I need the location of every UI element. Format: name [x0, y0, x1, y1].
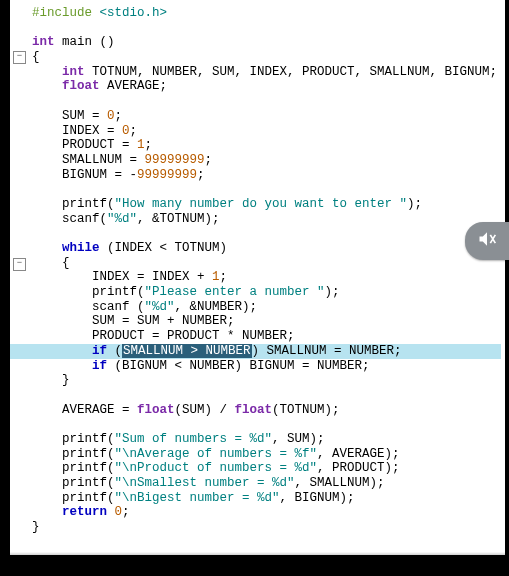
fold-gutter: −− — [10, 0, 28, 555]
speaker-muted-icon — [477, 229, 497, 253]
code-line[interactable] — [32, 226, 501, 241]
code-line[interactable]: SMALLNUM = 99999999; — [32, 153, 501, 168]
mute-button[interactable] — [465, 222, 509, 260]
code-content[interactable]: #include <stdio.h>int main (){ int TOTNU… — [32, 6, 501, 535]
code-line[interactable] — [32, 417, 501, 432]
code-line[interactable]: int TOTNUM, NUMBER, SUM, INDEX, PRODUCT,… — [32, 65, 501, 80]
code-line[interactable]: } — [32, 373, 501, 388]
code-line[interactable]: PRODUCT = 1; — [32, 138, 501, 153]
code-line[interactable]: { — [32, 256, 501, 271]
code-line[interactable]: printf("Sum of numbers = %d", SUM); — [32, 432, 501, 447]
code-line[interactable]: printf("\nProduct of numbers = %d", PROD… — [32, 461, 501, 476]
code-line[interactable]: printf("How many number do you want to e… — [32, 197, 501, 212]
code-line[interactable]: int main () — [32, 35, 501, 50]
code-line[interactable] — [32, 21, 501, 36]
code-line[interactable]: SUM = SUM + NUMBER; — [32, 314, 501, 329]
code-line[interactable] — [32, 182, 501, 197]
code-line[interactable]: scanf ("%d", &NUMBER); — [32, 300, 501, 315]
code-line[interactable]: BIGNUM = -99999999; — [32, 168, 501, 183]
code-editor[interactable]: −− #include <stdio.h>int main (){ int TO… — [10, 0, 505, 555]
code-line[interactable]: printf("\nAverage of numbers = %f", AVER… — [32, 447, 501, 462]
code-line[interactable]: scanf("%d", &TOTNUM); — [32, 212, 501, 227]
code-line[interactable]: SUM = 0; — [32, 109, 501, 124]
code-line[interactable]: AVERAGE = float(SUM) / float(TOTNUM); — [32, 403, 501, 418]
code-line[interactable]: PRODUCT = PRODUCT * NUMBER; — [32, 329, 501, 344]
code-line[interactable]: #include <stdio.h> — [32, 6, 501, 21]
code-line[interactable]: if (BIGNUM < NUMBER) BIGNUM = NUMBER; — [32, 359, 501, 374]
code-line[interactable]: printf("\nSmallest number = %d", SMALLNU… — [32, 476, 501, 491]
code-line[interactable]: INDEX = INDEX + 1; — [32, 270, 501, 285]
code-line[interactable]: } — [32, 520, 501, 535]
fold-toggle[interactable]: − — [13, 258, 26, 271]
code-line[interactable] — [32, 94, 501, 109]
code-line[interactable]: printf("Please enter a number "); — [32, 285, 501, 300]
code-line[interactable]: float AVERAGE; — [32, 79, 501, 94]
code-line[interactable]: INDEX = 0; — [32, 124, 501, 139]
code-line[interactable]: if (SMALLNUM > NUMBER) SMALLNUM = NUMBER… — [10, 344, 501, 359]
code-line[interactable]: printf("\nBigest number = %d", BIGNUM); — [32, 491, 501, 506]
code-line[interactable] — [32, 388, 501, 403]
code-line[interactable]: return 0; — [32, 505, 501, 520]
code-line[interactable]: while (INDEX < TOTNUM) — [32, 241, 501, 256]
code-line[interactable]: { — [32, 50, 501, 65]
fold-toggle[interactable]: − — [13, 51, 26, 64]
shadow — [10, 552, 505, 556]
